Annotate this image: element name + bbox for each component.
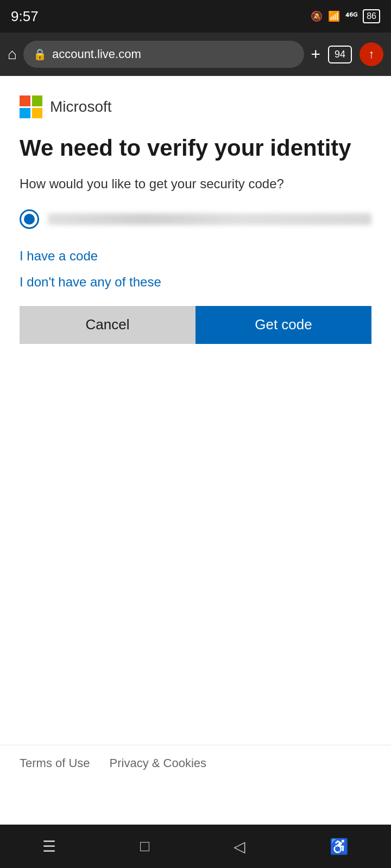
back-icon[interactable]: ◁ <box>234 838 245 856</box>
action-buttons: Cancel Get code <box>20 306 371 344</box>
lock-icon: 🔒 <box>33 48 47 61</box>
bottom-nav: ☰ □ ◁ ♿ <box>0 825 391 868</box>
microsoft-logo: Microsoft <box>20 95 371 118</box>
i-have-code-link[interactable]: I have a code <box>20 248 371 264</box>
bell-icon: 🔕 <box>311 10 323 22</box>
signal-icon: 📶 <box>328 10 340 22</box>
home-button[interactable]: ⌂ <box>8 46 17 63</box>
page-subtext: How would you like to get your security … <box>20 175 371 193</box>
status-time: 9:57 <box>11 8 39 25</box>
ms-logo-br <box>32 108 43 119</box>
network-type: ⁴⁶ᴳ <box>345 11 357 22</box>
accessibility-icon[interactable]: ♿ <box>330 838 349 856</box>
new-tab-button[interactable]: + <box>311 45 320 63</box>
status-icons: 🔕 📶 ⁴⁶ᴳ 86 <box>311 9 380 23</box>
upload-button[interactable]: ↑ <box>360 42 383 66</box>
status-bar: 9:57 🔕 📶 ⁴⁶ᴳ 86 <box>0 0 391 33</box>
radio-label-blurred <box>48 213 371 225</box>
battery-badge: 86 <box>363 9 380 23</box>
ms-logo-tl <box>20 95 30 106</box>
home-nav-icon[interactable]: □ <box>140 838 149 855</box>
tab-count[interactable]: 94 <box>328 46 352 63</box>
terms-of-use-link[interactable]: Terms of Use <box>20 756 90 770</box>
cancel-button[interactable]: Cancel <box>20 306 195 344</box>
ms-logo-grid <box>20 95 42 118</box>
browser-actions: + 94 ↑ <box>311 42 383 66</box>
menu-icon[interactable]: ☰ <box>42 838 56 856</box>
ms-logo-bl <box>20 108 30 119</box>
get-code-button[interactable]: Get code <box>195 306 371 344</box>
page-content: Microsoft We need to verify your identit… <box>0 76 391 825</box>
radio-button[interactable] <box>20 209 39 229</box>
radio-option[interactable] <box>20 209 371 229</box>
privacy-cookies-link[interactable]: Privacy & Cookies <box>110 756 207 770</box>
page-title: We need to verify your identity <box>20 135 371 162</box>
brand-name: Microsoft <box>50 98 112 116</box>
ms-logo-tr <box>32 95 43 106</box>
i-dont-have-link[interactable]: I don't have any of these <box>20 275 371 290</box>
url-text: account.live.com <box>52 47 141 61</box>
browser-bar: ⌂ 🔒 account.live.com + 94 ↑ <box>0 33 391 76</box>
page-footer: Terms of Use Privacy & Cookies <box>0 745 391 781</box>
url-bar[interactable]: 🔒 account.live.com <box>23 41 305 68</box>
radio-selected-indicator <box>24 214 35 225</box>
